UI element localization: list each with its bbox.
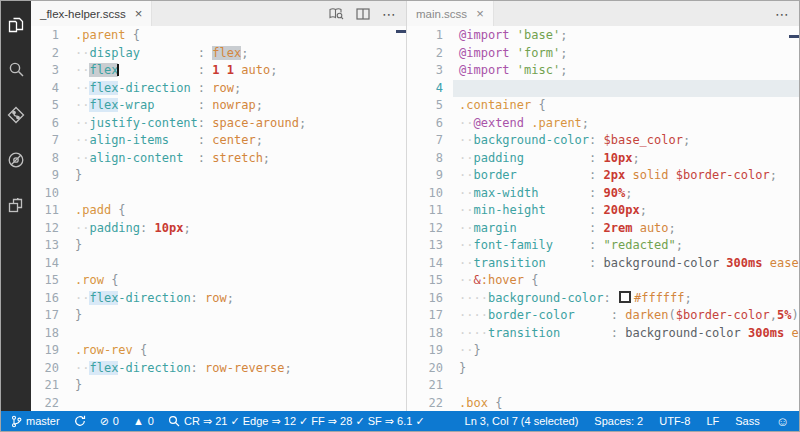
line-number[interactable]: 9 (31, 167, 69, 185)
line-number[interactable]: 17 (31, 307, 69, 325)
code-line[interactable]: 16··flex-direction: row; (31, 290, 406, 308)
code-line[interactable]: 1.parent { (31, 27, 406, 45)
extensions-icon[interactable] (6, 195, 26, 215)
line-number[interactable]: 1 (31, 27, 69, 45)
code-line[interactable]: 18····transition : background-color 300m… (407, 325, 799, 343)
code-line[interactable]: 7··background-color: $base_color; (407, 132, 799, 150)
editor-main-scss[interactable]: 1@import 'base';2@import 'form';3@import… (407, 26, 799, 411)
more-actions-icon[interactable]: ⋯ (382, 6, 397, 22)
line-number[interactable]: 20 (407, 360, 453, 378)
line-number[interactable]: 11 (407, 202, 453, 220)
code-line[interactable]: 19··} (407, 342, 799, 360)
code-line[interactable]: 17} (31, 307, 406, 325)
code-line[interactable]: 9··border : 2px solid $border-color; (407, 167, 799, 185)
warnings-item[interactable]: ▲ 0 (133, 415, 154, 427)
code-line[interactable]: 11··min-height : 200px; (407, 202, 799, 220)
code-line[interactable]: 22.box { (407, 395, 799, 412)
line-number[interactable]: 13 (31, 237, 69, 255)
line-number[interactable]: 7 (31, 132, 69, 150)
code-line[interactable]: 8··align-content : stretch; (31, 150, 406, 168)
code-line[interactable]: 21 (407, 377, 799, 395)
code-line[interactable]: 9} (31, 167, 406, 185)
line-number[interactable]: 4 (407, 80, 453, 98)
line-number[interactable]: 2 (31, 45, 69, 63)
search-icon[interactable] (6, 60, 26, 80)
code-line[interactable]: 13··font-family : "redacted"; (407, 237, 799, 255)
color-swatch[interactable] (619, 291, 631, 303)
line-number[interactable]: 15 (407, 272, 453, 290)
code-line[interactable]: 5.container { (407, 97, 799, 115)
code-line[interactable]: 22 (31, 395, 406, 412)
tab-main-scss[interactable]: main.scss × (407, 1, 494, 26)
line-number[interactable]: 15 (31, 272, 69, 290)
line-number[interactable]: 21 (31, 377, 69, 395)
line-number[interactable]: 10 (407, 185, 453, 203)
editor-flex-helper[interactable]: 1.parent {2··display : flex;3··flex : 1 … (31, 26, 406, 411)
code-line[interactable]: 4··flex-direction : row; (31, 80, 406, 98)
line-number[interactable]: 12 (31, 220, 69, 238)
code-line[interactable]: 14··transition : background-color 300ms … (407, 255, 799, 273)
code-line[interactable]: 6··justify-content: space-around; (31, 115, 406, 133)
code-line[interactable]: 6··@extend .parent; (407, 115, 799, 133)
line-number[interactable]: 14 (407, 255, 453, 273)
source-control-icon[interactable] (6, 105, 26, 125)
code-line[interactable]: 13} (31, 237, 406, 255)
line-number[interactable]: 12 (407, 220, 453, 238)
code-line[interactable]: 4 (407, 80, 799, 98)
line-number[interactable]: 9 (407, 167, 453, 185)
line-number[interactable]: 16 (31, 290, 69, 308)
code-line[interactable]: 3··flex : 1 1 auto; (31, 62, 406, 80)
caniuse-item[interactable]: CR ⇒ 21 ✓ Edge ⇒ 12 ✓ FF ⇒ 28 ✓ SF ⇒ 6.1… (168, 415, 425, 428)
code-line[interactable]: 16····background-color: #ffffff; (407, 290, 799, 308)
line-number[interactable]: 20 (31, 360, 69, 378)
line-number[interactable]: 19 (31, 342, 69, 360)
close-icon[interactable]: × (476, 7, 484, 20)
line-number[interactable]: 21 (407, 377, 453, 395)
code-line[interactable]: 7··align-items : center; (31, 132, 406, 150)
code-line[interactable]: 17····border-color : darken($border-colo… (407, 307, 799, 325)
debug-icon[interactable] (6, 150, 26, 170)
code-line[interactable]: 11.padd { (31, 202, 406, 220)
more-actions-icon[interactable]: ⋯ (775, 6, 790, 22)
line-number[interactable]: 4 (31, 80, 69, 98)
line-number[interactable]: 7 (407, 132, 453, 150)
code-line[interactable]: 10 (31, 185, 406, 203)
encoding[interactable]: UTF-8 (659, 415, 690, 427)
line-number[interactable]: 5 (407, 97, 453, 115)
line-number[interactable]: 6 (31, 115, 69, 133)
close-icon[interactable]: × (135, 7, 143, 20)
indentation[interactable]: Spaces: 2 (594, 415, 643, 427)
tab-flex-helper[interactable]: _flex-helper.scss × (31, 1, 152, 26)
line-number[interactable]: 13 (407, 237, 453, 255)
line-number[interactable]: 10 (31, 185, 69, 203)
code-line[interactable]: 14 (31, 255, 406, 273)
language-mode[interactable]: Sass (735, 415, 759, 427)
code-line[interactable]: 21} (31, 377, 406, 395)
code-line[interactable]: 3@import 'misc'; (407, 62, 799, 80)
feedback-smiley-icon[interactable]: ☺ (776, 415, 789, 428)
line-number[interactable]: 8 (407, 150, 453, 168)
line-number[interactable]: 8 (31, 150, 69, 168)
code-line[interactable]: 15.row { (31, 272, 406, 290)
line-number[interactable]: 11 (31, 202, 69, 220)
git-branch-item[interactable]: master (11, 415, 60, 428)
line-number[interactable]: 16 (407, 290, 453, 308)
code-line[interactable]: 12··padding: 10px; (31, 220, 406, 238)
line-number[interactable]: 1 (407, 27, 453, 45)
code-line[interactable]: 2··display : flex; (31, 45, 406, 63)
line-number[interactable]: 3 (407, 62, 453, 80)
code-line[interactable]: 20} (407, 360, 799, 378)
code-line[interactable]: 18 (31, 325, 406, 343)
line-number[interactable]: 22 (407, 395, 453, 412)
line-number[interactable]: 18 (31, 325, 69, 343)
line-number[interactable]: 5 (31, 97, 69, 115)
code-line[interactable]: 1@import 'base'; (407, 27, 799, 45)
explorer-icon[interactable] (6, 15, 26, 35)
code-line[interactable]: 10··max-width : 90%; (407, 185, 799, 203)
errors-item[interactable]: ⊘ 0 (100, 415, 119, 428)
line-number[interactable]: 14 (31, 255, 69, 273)
code-line[interactable]: 8··padding : 10px; (407, 150, 799, 168)
code-line[interactable]: 12··margin : 2rem auto; (407, 220, 799, 238)
cursor-position[interactable]: Ln 3, Col 7 (4 selected) (465, 415, 579, 427)
line-number[interactable]: 19 (407, 342, 453, 360)
